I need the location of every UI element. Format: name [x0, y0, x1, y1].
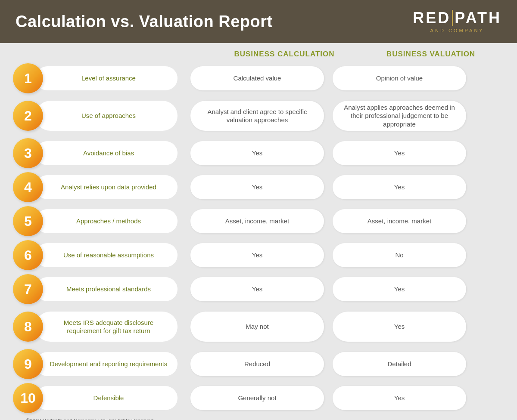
table-row: 5 Approaches / methods Asset, income, ma…	[13, 206, 504, 237]
page-title: Calculation vs. Valuation Report	[16, 12, 273, 31]
row-label-4: Analyst relies upon data provided	[35, 175, 178, 199]
row-values-2: Analyst and client agree to specific val…	[190, 101, 466, 131]
logo-red: RED	[413, 10, 451, 26]
row-label-3: Avoidance of bias	[35, 141, 178, 165]
comparison-rows: 1 Level of assurance Calculated value Op…	[13, 63, 504, 414]
row-number-4: 4	[13, 172, 43, 202]
logo-text: RED PATH	[413, 10, 501, 26]
table-row: 10 Defensible Generally not Yes	[13, 383, 504, 414]
val-value-4: Yes	[333, 175, 466, 199]
footer-text: ©2019 Redpath and Company, Ltd. All Righ…	[13, 418, 504, 420]
row-label-7: Meets professional standards	[35, 277, 178, 301]
row-number-5: 5	[13, 206, 43, 236]
val-value-3: Yes	[333, 141, 466, 165]
row-number-6: 6	[13, 240, 43, 270]
table-row: 9 Development and reporting requirements…	[13, 349, 504, 380]
table-row: 3 Avoidance of bias Yes Yes	[13, 138, 504, 169]
table-row: 2 Use of approaches Analyst and client a…	[13, 97, 504, 135]
logo-bar-icon	[452, 10, 453, 26]
row-number-8: 8	[13, 312, 43, 342]
calc-value-10: Generally not	[190, 386, 324, 410]
table-row: 6 Use of reasonable assumptions Yes No	[13, 240, 504, 271]
table-row: 4 Analyst relies upon data provided Yes …	[13, 172, 504, 203]
logo: RED PATH AND COMPANY	[413, 10, 501, 33]
row-values-4: Yes Yes	[190, 175, 466, 199]
row-values-5: Asset, income, market Asset, income, mar…	[190, 209, 466, 233]
row-label-10: Defensible	[35, 386, 178, 410]
table-row: 1 Level of assurance Calculated value Op…	[13, 63, 504, 94]
row-number-10: 10	[13, 383, 43, 413]
row-label-2: Use of approaches	[35, 101, 178, 131]
logo-path: PATH	[455, 10, 501, 26]
row-number-1: 1	[13, 63, 43, 93]
row-values-9: Reduced Detailed	[190, 352, 466, 376]
val-value-10: Yes	[333, 386, 466, 410]
val-value-5: Asset, income, market	[333, 209, 466, 233]
calc-value-9: Reduced	[190, 352, 324, 376]
row-values-10: Generally not Yes	[190, 386, 466, 410]
row-label-8: Meets IRS adequate disclosure requiremen…	[35, 312, 178, 342]
row-number-3: 3	[13, 138, 43, 168]
table-row: 8 Meets IRS adequate disclosure requirem…	[13, 308, 504, 346]
val-value-2: Analyst applies approaches deemed in the…	[333, 101, 466, 131]
calc-value-3: Yes	[190, 141, 324, 165]
row-number-7: 7	[13, 274, 43, 304]
calc-value-4: Yes	[190, 175, 324, 199]
row-values-8: May not Yes	[190, 312, 466, 342]
calc-value-7: Yes	[190, 277, 324, 301]
row-number-9: 9	[13, 349, 43, 379]
val-value-1: Opinion of value	[333, 66, 466, 90]
row-label-5: Approaches / methods	[35, 209, 178, 233]
calc-value-5: Asset, income, market	[190, 209, 324, 233]
row-label-6: Use of reasonable assumptions	[35, 243, 178, 267]
calc-value-1: Calculated value	[190, 66, 324, 90]
column-headers: BUSINESS CALCULATION BUSINESS VALUATION	[211, 50, 504, 59]
row-values-1: Calculated value Opinion of value	[190, 66, 466, 90]
row-number-2: 2	[13, 101, 43, 131]
logo-sub: AND COMPANY	[430, 28, 484, 33]
row-values-6: Yes No	[190, 243, 466, 267]
row-label-1: Level of assurance	[35, 66, 178, 90]
calc-value-6: Yes	[190, 243, 324, 267]
val-value-9: Detailed	[333, 352, 466, 376]
val-value-8: Yes	[333, 312, 466, 342]
content-area: BUSINESS CALCULATION BUSINESS VALUATION …	[0, 43, 517, 420]
header: Calculation vs. Valuation Report RED PAT…	[0, 0, 517, 43]
calc-value-2: Analyst and client agree to specific val…	[190, 101, 324, 131]
row-label-9: Development and reporting requirements	[35, 352, 178, 376]
row-values-7: Yes Yes	[190, 277, 466, 301]
calc-value-8: May not	[190, 312, 324, 342]
calc-column-header: BUSINESS CALCULATION	[211, 50, 358, 59]
val-value-6: No	[333, 243, 466, 267]
val-column-header: BUSINESS VALUATION	[358, 50, 504, 59]
val-value-7: Yes	[333, 277, 466, 301]
table-row: 7 Meets professional standards Yes Yes	[13, 274, 504, 305]
row-values-3: Yes Yes	[190, 141, 466, 165]
